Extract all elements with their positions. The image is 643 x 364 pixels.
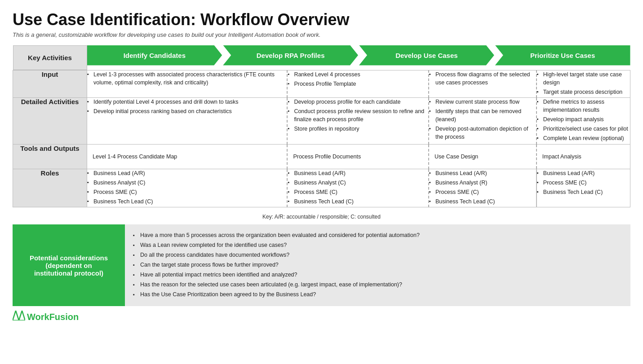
roles-key-note: Key: A/R: accountable / responsible; C: … <box>13 212 630 223</box>
role-2-3: Business Tech Lead (C) <box>429 197 536 206</box>
da-item-4: Store profiles in repository <box>288 125 428 133</box>
roles-row: Roles Business Lead (A/R) Business Analy… <box>13 169 630 207</box>
key-activities-label: Key Activities <box>13 45 87 70</box>
consideration-item-4: Have all potential impact metrics been i… <box>133 270 622 279</box>
role-0-0: Business Lead (A/R) <box>87 169 287 177</box>
input-item-1: Ranked Level 4 processes <box>288 70 428 79</box>
da-item-9: Develop impact analysis <box>537 115 630 123</box>
roles-label: Roles <box>13 169 87 207</box>
da-item-2: Develop process profile for each candida… <box>288 98 428 106</box>
role-2-0: Business Lead (A/R) <box>429 169 536 177</box>
roles-cell-1: Business Lead (A/R) Business Analyst (C)… <box>287 169 429 207</box>
tools-item-1: Process Profile Documents <box>293 153 361 160</box>
input-cell-1: Ranked Level 4 processes Process Profile… <box>287 70 429 97</box>
consideration-item-5: Has the reason for the selected use case… <box>133 280 622 289</box>
roles-cell-2: Business Lead (A/R) Business Analyst (R)… <box>429 169 537 207</box>
input-item-2: Process Profile Template <box>288 80 428 88</box>
da-item-7: Develop post-automation depiction of the… <box>429 125 536 141</box>
detailed-activities-label: Detailed Activities <box>13 97 87 144</box>
role-2-1: Business Analyst (R) <box>429 179 536 187</box>
tools-outputs-row: Tools and Outputs Level 1-4 Process Cand… <box>13 144 630 169</box>
role-3-1: Process SME (C) <box>537 179 630 187</box>
detailed-activities-cell-1: Develop process profile for each candida… <box>287 97 429 144</box>
role-3-2: Business Tech Lead (C) <box>537 188 630 196</box>
input-item-4: High-level target state use case design <box>537 70 630 87</box>
input-cell-3: High-level target state use case design … <box>537 70 630 97</box>
detailed-activities-cell-3: Define metrics to assess implementation … <box>537 97 630 144</box>
role-1-1: Business Analyst (C) <box>288 179 428 187</box>
phase-develop-use-cases: Develop Use Cases <box>359 45 494 66</box>
da-item-8: Define metrics to assess implementation … <box>537 98 630 114</box>
roles-cell-3: Business Lead (A/R) Process SME (C) Busi… <box>537 169 630 207</box>
logo-icon <box>13 311 25 323</box>
da-item-3: Conduct process profile review session t… <box>288 107 428 123</box>
consideration-item-2: Do all the process candidates have docum… <box>133 250 622 259</box>
workflow-table: Key Activities Identify Candidates Devel… <box>13 45 630 208</box>
da-item-0: Identify potential Level 4 processes and… <box>87 98 287 106</box>
detailed-activities-row: Detailed Activities Identify potential L… <box>13 97 630 144</box>
role-1-2: Process SME (C) <box>288 188 428 196</box>
consideration-item-3: Can the target state process flows be fu… <box>133 260 622 269</box>
tools-cell-1: Process Profile Documents <box>287 144 429 169</box>
page-title: Use Case Identification: Workflow Overvi… <box>13 11 630 29</box>
page-subtitle: This is a general, customizable workflow… <box>13 31 630 38</box>
header-row: Key Activities Identify Candidates Devel… <box>13 45 630 70</box>
phases-header: Identify Candidates Develop RPA Profiles… <box>87 45 630 66</box>
role-0-1: Business Analyst (C) <box>87 179 287 187</box>
input-item-0: Level 1-3 processes with associated proc… <box>87 70 287 87</box>
considerations-content: Have a more than 5 processes across the … <box>125 224 630 306</box>
input-item-5: Target state process description <box>537 88 630 96</box>
consideration-item-0: Have a more than 5 processes across the … <box>133 231 622 240</box>
role-0-3: Business Tech Lead (C) <box>87 197 287 206</box>
role-2-2: Process SME (C) <box>429 188 536 196</box>
tools-item-0: Level 1-4 Process Candidate Map <box>93 153 177 160</box>
da-item-6: Identify steps that can be removed (lean… <box>429 107 536 123</box>
role-1-3: Business Tech Lead (C) <box>288 197 428 206</box>
tools-cell-2: Use Case Design <box>429 144 537 169</box>
da-item-1: Develop initial process ranking based on… <box>87 107 287 115</box>
da-item-11: Complete Lean review (optional) <box>537 134 630 142</box>
tools-item-3: Impact Analysis <box>542 153 581 160</box>
considerations-list: Have a more than 5 processes across the … <box>133 231 622 299</box>
role-1-0: Business Lead (A/R) <box>288 169 428 177</box>
tools-cell-3: Impact Analysis <box>537 144 630 169</box>
phase-prioritize: Prioritize Use Cases <box>495 45 630 66</box>
workfusion-logo: WorkFusion <box>13 311 630 323</box>
input-cell-0: Level 1-3 processes with associated proc… <box>87 70 288 97</box>
considerations-label: Potential considerations(dependent onins… <box>13 224 125 306</box>
consideration-item-6: Has the Use Case Prioritization been agr… <box>133 290 622 299</box>
da-item-5: Review current state process flow <box>429 98 536 106</box>
tools-item-2: Use Case Design <box>435 153 478 160</box>
input-cell-2: Process flow diagrams of the selected us… <box>429 70 537 97</box>
considerations-section: Potential considerations(dependent onins… <box>13 224 630 306</box>
roles-cell-0: Business Lead (A/R) Business Analyst (C)… <box>87 169 288 207</box>
role-3-0: Business Lead (A/R) <box>537 169 630 177</box>
phase-develop-rpa: Develop RPA Profiles <box>223 45 358 66</box>
logo-text: WorkFusion <box>27 312 79 322</box>
svg-marker-0 <box>13 311 25 320</box>
consideration-item-1: Was a Lean review completed for the iden… <box>133 241 622 250</box>
considerations-label-text: Potential considerations(dependent onins… <box>30 254 108 277</box>
tools-cell-0: Level 1-4 Process Candidate Map <box>87 144 288 169</box>
da-item-10: Prioritize/select use cases for pilot <box>537 125 630 133</box>
role-0-2: Process SME (C) <box>87 188 287 196</box>
input-row: Input Level 1-3 processes with associate… <box>13 70 630 97</box>
detailed-activities-cell-2: Review current state process flow Identi… <box>429 97 537 144</box>
input-label: Input <box>13 70 87 97</box>
tools-outputs-label: Tools and Outputs <box>13 144 87 169</box>
phase-identify: Identify Candidates <box>87 45 222 66</box>
input-item-3: Process flow diagrams of the selected us… <box>429 70 536 87</box>
detailed-activities-cell-0: Identify potential Level 4 processes and… <box>87 97 288 144</box>
